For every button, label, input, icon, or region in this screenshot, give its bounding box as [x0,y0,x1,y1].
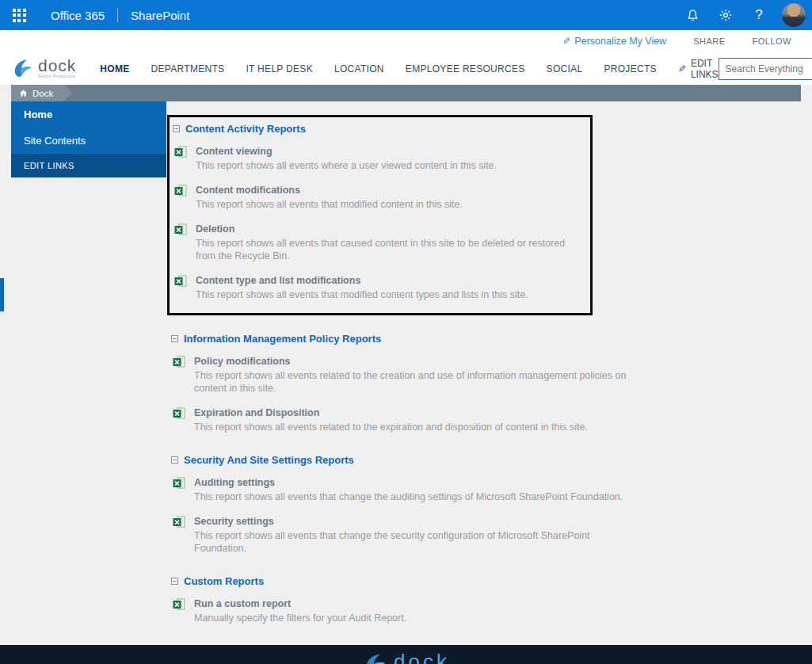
search-area [719,58,812,80]
report-item: Content type and list modifications This… [173,274,582,301]
section-header[interactable]: Custom Reports [171,575,642,587]
action-row: ✎ Personalize My View SHARE FOLLOW [0,30,812,52]
waffle-icon [13,9,26,22]
report-link[interactable]: Content modifications [196,184,463,197]
nav-item-departments[interactable]: DEPARTMENTS [151,63,225,74]
content: Home Site Contents EDIT LINKS Content Ac… [0,101,812,645]
sidebar-item-edit-links[interactable]: EDIT LINKS [11,154,166,177]
section-title[interactable]: Custom Reports [184,575,264,587]
logo-name: dock [38,57,76,74]
sidebar-item-site-contents[interactable]: Site Contents [11,128,166,154]
report-link[interactable]: Content type and list modifications [196,274,528,287]
excel-report-icon[interactable] [173,356,185,368]
dock-logo-icon [11,57,35,81]
excel-report-icon[interactable] [174,275,187,288]
report-link[interactable]: Security settings [194,515,642,528]
section-header[interactable]: Content Activity Reports [173,123,582,135]
site-logo[interactable]: dock Simply Productive [11,57,76,81]
edit-links-label: EDIT LINKS [691,58,719,80]
report-item: Content modifications This report shows … [173,184,582,211]
office-365-link[interactable]: Office 365 [51,9,105,22]
report-link[interactable]: Auditing settings [194,476,623,489]
report-description: This report shows all events that modifi… [196,198,463,211]
notifications-bell-icon[interactable] [679,2,706,29]
suite-divider [117,8,118,22]
follow-button[interactable]: FOLLOW [753,36,791,46]
pencil-icon: ✎ [678,63,686,74]
report-description: This report shows all events that modifi… [196,288,528,301]
suite-bar: Office 365 SharePoint ? [0,0,812,30]
nav-items: HOME DEPARTMENTS IT HELP DESK LOCATION E… [100,58,718,80]
footer: dock Simply Productive © 2018 All rights… [0,645,812,664]
sharepoint-link[interactable]: SharePoint [131,9,189,22]
nav-item-social[interactable]: SOCIAL [547,63,583,74]
report-description: This report shows all events that change… [194,529,642,555]
sidebar-item-home[interactable]: Home [11,101,166,128]
report-link[interactable]: Deletion [196,223,582,235]
user-avatar[interactable] [782,3,806,27]
footer-logo: dock Simply Productive [362,651,450,664]
excel-report-icon[interactable] [173,598,185,611]
nav-item-location[interactable]: LOCATION [334,63,384,74]
personalize-my-view-link[interactable]: ✎ Personalize My View [562,36,666,47]
report-link[interactable]: Policy modifications [194,355,642,368]
logo-text-block: dock Simply Productive [38,57,76,78]
report-sections: Content Activity Reports Content viewing… [167,101,642,624]
excel-report-icon[interactable] [173,516,185,529]
suite-bar-left: Office 365 SharePoint [0,0,189,30]
report-item: Run a custom report Manually specify the… [171,597,642,624]
section-title[interactable]: Content Activity Reports [185,123,306,135]
report-link[interactable]: Expiration and Disposition [194,406,588,419]
breadcrumb-label: Dock [32,89,53,98]
footer-logo-name: dock [394,651,450,664]
main-nav: dock Simply Productive HOME DEPARTMENTS … [0,52,812,85]
collapse-icon[interactable] [171,335,178,342]
section-title[interactable]: Security And Site Settings Reports [184,454,354,466]
logo-tagline: Simply Productive [38,74,76,78]
report-description: Manually specify the filters for your Au… [194,612,406,624]
settings-gear-icon[interactable] [712,2,739,29]
report-item: Auditing settings This report shows all … [171,476,642,503]
nav-item-it-help-desk[interactable]: IT HELP DESK [246,63,313,74]
report-link[interactable]: Run a custom report [194,597,406,610]
section-security-and-site-settings-reports: Security And Site Settings Reports Audit… [167,454,642,555]
excel-report-icon[interactable] [174,185,187,197]
share-button[interactable]: SHARE [693,36,725,46]
nav-item-home[interactable]: HOME [100,63,129,74]
personalize-label: Personalize My View [574,36,666,47]
report-item: Content viewing This report shows all ev… [173,145,582,172]
help-icon[interactable]: ? [745,2,772,29]
collapse-icon[interactable] [171,578,178,585]
nav-item-projects[interactable]: PROJECTS [604,63,656,74]
section-custom-reports: Custom Reports Run a custom report Manua… [167,575,642,624]
dock-logo-icon [362,651,389,664]
home-icon [19,89,28,97]
section-content-activity-reports: Content Activity Reports Content viewing… [167,115,593,315]
pencil-icon: ✎ [562,36,570,47]
excel-report-icon[interactable] [174,223,187,236]
breadcrumb-item-dock[interactable]: Dock [11,85,64,101]
report-description: This report shows all events related to … [194,421,588,433]
section-header[interactable]: Security And Site Settings Reports [171,454,642,466]
section-header[interactable]: Information Management Policy Reports [171,333,642,345]
app-launcher-button[interactable] [0,0,38,30]
report-description: This report shows all events that caused… [196,237,582,262]
sidebar: Home Site Contents EDIT LINKS [11,101,166,177]
search-input[interactable] [719,63,812,74]
excel-report-icon[interactable] [173,477,185,490]
footer-logo-text-block: dock Simply Productive [394,651,450,664]
nav-edit-links[interactable]: ✎ EDIT LINKS [678,58,719,80]
report-item: Deletion This report shows all events th… [173,223,582,262]
report-link[interactable]: Content viewing [196,145,497,158]
section-information-management-policy-reports: Information Management Policy Reports Po… [167,333,642,433]
section-title[interactable]: Information Management Policy Reports [184,333,381,345]
report-item: Expiration and Disposition This report s… [171,406,642,433]
collapse-icon[interactable] [173,125,180,132]
left-edge-tab[interactable] [0,278,4,311]
excel-report-icon[interactable] [173,407,185,420]
search-input-wrap [719,58,812,80]
collapse-icon[interactable] [171,456,178,464]
report-description: This report shows all events that change… [194,490,623,503]
nav-item-employee-resources[interactable]: EMPLOYEE RESOURCES [406,63,525,74]
excel-report-icon[interactable] [174,146,187,158]
